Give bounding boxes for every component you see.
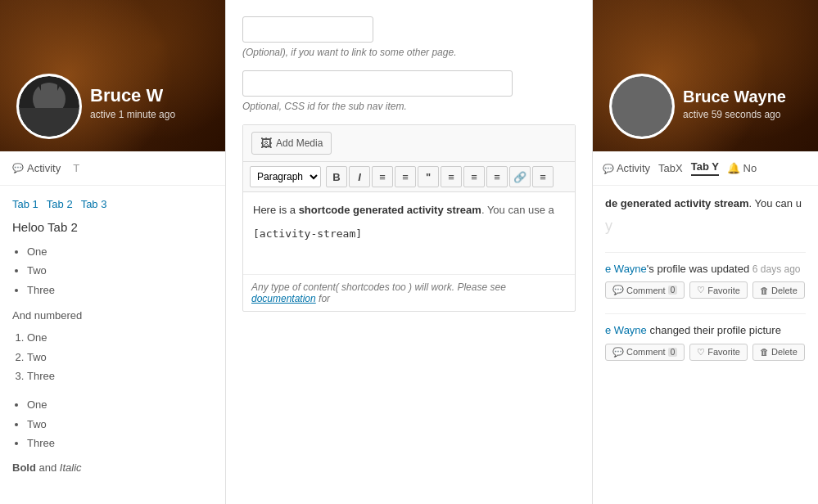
activity-stream-text: de generated activity stream. You can u xyxy=(605,197,802,209)
right-nav-tabx[interactable]: TabX xyxy=(658,162,683,174)
activity-divider-2 xyxy=(605,313,806,314)
and-text: and xyxy=(36,461,60,474)
left-profile-name: Bruce W xyxy=(90,85,163,106)
activity-y-mark: y xyxy=(605,215,806,237)
activity-content: de generated activity stream. You can u … xyxy=(593,186,818,385)
bold-button[interactable]: B xyxy=(326,166,347,187)
trash-icon-3: 🗑 xyxy=(760,347,769,357)
right-nav-bell[interactable]: 🔔 No xyxy=(727,162,757,174)
css-id-input-group: Optional, CSS id for the sub nav item. xyxy=(242,70,576,112)
activity-user-3[interactable]: e Wayne xyxy=(605,324,647,336)
align-left-button[interactable]: ≡ xyxy=(441,166,462,187)
editor-shortcode: [activity-stream] xyxy=(253,226,565,243)
comment-count-2: 0 xyxy=(668,286,678,295)
right-avatar xyxy=(609,74,675,139)
paragraph-select[interactable]: Paragraph xyxy=(250,166,321,187)
editor-body[interactable]: Here is a shortcode generated activity s… xyxy=(243,192,575,274)
comment-icon-3: 💬 xyxy=(612,347,624,358)
right-nav-activity[interactable]: 💬 Activity xyxy=(603,162,650,174)
list2-label: And numbered xyxy=(12,309,213,322)
comment-button-3[interactable]: 💬 Comment 0 xyxy=(605,344,685,361)
list-item: Two xyxy=(27,348,213,367)
editor-bold-text: shortcode generated activity stream xyxy=(299,204,481,216)
batman-ears-icon xyxy=(33,78,66,94)
footer-hint-prefix: Any type of content( shortcodes too ) wi… xyxy=(251,281,506,293)
list-item: Two xyxy=(27,261,213,280)
tab-heading: Heloo Tab 2 xyxy=(12,220,213,234)
left-nav-more: T xyxy=(73,162,79,174)
left-avatar xyxy=(16,74,82,139)
add-media-label: Add Media xyxy=(276,137,323,149)
left-profile-nav: Activity T xyxy=(0,151,225,186)
list-item: One xyxy=(27,328,213,347)
tab-3[interactable]: Tab 3 xyxy=(81,198,107,210)
activity-item-1: de generated activity stream. You can u … xyxy=(605,196,806,237)
activity-item-3: e Wayne changed their profile picture 💬 … xyxy=(605,322,806,361)
unordered-list-2: One Two Three xyxy=(12,395,213,452)
activity-time-2: 6 days ago xyxy=(752,263,801,275)
favorite-button-2[interactable]: ♡ Favorite xyxy=(689,281,748,299)
activity-divider-1 xyxy=(605,252,806,253)
left-content: Tab 1 Tab 2 Tab 3 Heloo Tab 2 One Two Th… xyxy=(0,186,225,486)
activity-text-1: de generated activity stream. You can u … xyxy=(605,196,806,237)
editor-footer-hint: Any type of content( shortcodes too ) wi… xyxy=(243,274,575,311)
italic-button[interactable]: I xyxy=(349,166,370,187)
right-nav-taby[interactable]: Tab Y xyxy=(691,160,719,176)
unordered-list-button[interactable]: ≡ xyxy=(372,166,393,187)
link-input-hint: (Optional), if you want to link to some … xyxy=(242,47,576,58)
editor-text-prefix: Here is a xyxy=(253,204,299,216)
add-media-button[interactable]: 🖼 Add Media xyxy=(251,132,332,155)
align-right-button[interactable]: ≡ xyxy=(486,166,508,187)
link-button[interactable]: 🔗 xyxy=(509,166,531,187)
activity-actions-3: 💬 Comment 0 ♡ Favorite 🗑 Delete xyxy=(605,344,806,361)
editor-text-suffix: . You can use a xyxy=(481,204,554,216)
activity-user-2[interactable]: e Wayne xyxy=(605,263,647,275)
activity-text-2: e Wayne's profile was updated 6 days ago xyxy=(605,261,806,277)
unordered-list-1: One Two Three xyxy=(12,242,213,299)
activity-actions-2: 💬 Comment 0 ♡ Favorite 🗑 Delete xyxy=(605,281,806,299)
css-id-hint: Optional, CSS id for the sub nav item. xyxy=(242,101,576,112)
italic-text: Italic xyxy=(60,461,82,474)
blockquote-button[interactable]: " xyxy=(418,166,439,187)
bell-icon: 🔔 xyxy=(727,162,740,174)
list-item: Three xyxy=(27,367,213,385)
activity-item-2: e Wayne's profile was updated 6 days ago… xyxy=(605,261,806,299)
editor-format-toolbar: Paragraph B I ≡ ≡ " ≡ ≡ ≡ 🔗 ≡ xyxy=(243,162,575,192)
right-profile-header: Bruce Wayne active 59 seconds ago xyxy=(593,0,818,151)
right-profile-active: active 59 seconds ago xyxy=(683,109,780,120)
delete-button-2[interactable]: 🗑 Delete xyxy=(752,281,805,299)
right-profile-name: Bruce Wayne xyxy=(683,88,786,106)
comment-button-2[interactable]: 💬 Comment 0 xyxy=(605,281,685,299)
bold-text: Bold xyxy=(12,461,36,474)
bold-italic-line: Bold and Italic xyxy=(12,461,213,474)
footer-hint-suffix: for xyxy=(316,293,330,304)
align-center-button[interactable]: ≡ xyxy=(463,166,485,187)
link-input-group: (Optional), if you want to link to some … xyxy=(242,16,576,58)
tab-1[interactable]: Tab 1 xyxy=(12,198,38,210)
delete-button-3[interactable]: 🗑 Delete xyxy=(752,344,805,361)
bubble-icon: 💬 xyxy=(603,164,614,173)
tab-2[interactable]: Tab 2 xyxy=(47,198,73,210)
activity-action-3: changed their profile picture xyxy=(647,324,781,336)
middle-panel: (Optional), if you want to link to some … xyxy=(225,0,593,504)
list-item: One xyxy=(27,395,213,414)
trash-icon: 🗑 xyxy=(760,286,769,295)
documentation-link[interactable]: documentation xyxy=(251,293,316,304)
middle-content: (Optional), if you want to link to some … xyxy=(226,16,592,312)
activity-text-3: e Wayne changed their profile picture xyxy=(605,322,806,339)
css-id-input[interactable] xyxy=(242,70,513,97)
left-profile-header: Bruce W active 1 minute ago xyxy=(0,0,225,151)
comment-icon: 💬 xyxy=(612,285,624,295)
left-panel: Bruce W active 1 minute ago Activity T T… xyxy=(0,0,225,504)
favorite-button-3[interactable]: ♡ Favorite xyxy=(689,344,748,361)
list-item: Three xyxy=(27,434,213,452)
list-item: Two xyxy=(27,415,213,434)
right-profile-nav: 💬 Activity TabX Tab Y 🔔 No xyxy=(593,151,818,186)
ordered-list: One Two Three xyxy=(12,328,213,385)
list-item: One xyxy=(27,242,213,261)
left-nav-activity[interactable]: Activity xyxy=(12,160,61,176)
ordered-list-button[interactable]: ≡ xyxy=(395,166,416,187)
activity-action-2: 's profile was updated xyxy=(647,263,749,275)
more-button[interactable]: ≡ xyxy=(532,166,554,187)
link-input[interactable] xyxy=(242,16,373,43)
